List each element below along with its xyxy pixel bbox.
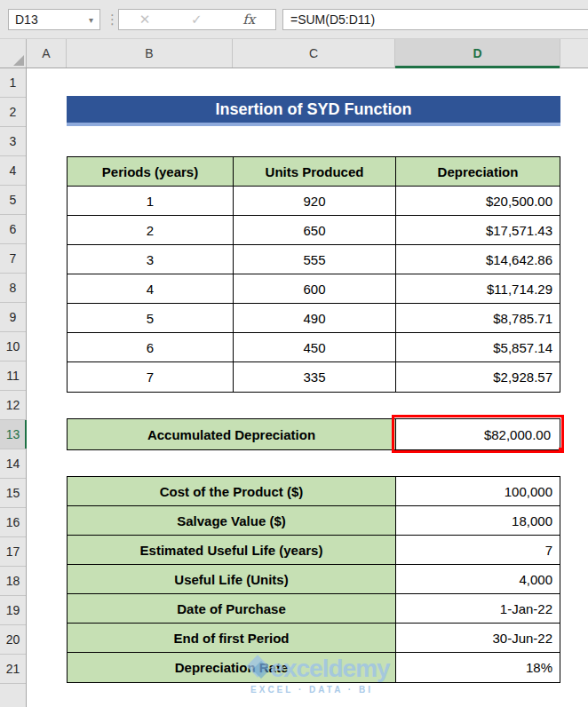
header-cell-depreciation[interactable]: Depreciation bbox=[396, 157, 560, 186]
row-header-1[interactable]: 1 bbox=[0, 68, 26, 98]
drag-handle-icon: ⋮ bbox=[106, 11, 119, 28]
column-header-a[interactable]: A bbox=[27, 39, 67, 68]
header-cell-units[interactable]: Units Produced bbox=[234, 157, 396, 186]
param-label[interactable]: Cost of the Product ($) bbox=[68, 477, 396, 505]
param-label[interactable]: Depreciation Rate bbox=[68, 653, 396, 682]
param-label[interactable]: Date of Purchase bbox=[68, 594, 396, 623]
cell-period[interactable]: 3 bbox=[68, 245, 234, 274]
table-row: 4 600 $11,714.29 bbox=[68, 274, 560, 304]
header-cell-periods[interactable]: Periods (years) bbox=[68, 157, 234, 186]
row-header-16[interactable]: 16 bbox=[0, 508, 26, 537]
cell-depreciation[interactable]: $8,785.71 bbox=[396, 304, 560, 332]
column-header-d-selected[interactable]: D bbox=[395, 39, 560, 68]
row-header-14[interactable]: 14 bbox=[0, 449, 26, 479]
row-header-2[interactable]: 2 bbox=[0, 98, 26, 127]
row-header-4[interactable]: 4 bbox=[0, 156, 26, 186]
select-all-button[interactable] bbox=[0, 39, 27, 68]
param-value[interactable]: 30-Jun-22 bbox=[396, 624, 560, 652]
depreciation-table: Periods (years) Units Produced Depreciat… bbox=[67, 156, 560, 393]
parameters-table: Cost of the Product ($) 100,000 Salvage … bbox=[67, 476, 560, 683]
row-header-3[interactable]: 3 bbox=[0, 127, 26, 156]
row-header-12[interactable]: 12 bbox=[0, 391, 26, 420]
cell-period[interactable]: 4 bbox=[68, 274, 234, 303]
cell-depreciation[interactable]: $11,714.29 bbox=[396, 274, 560, 303]
cell-units[interactable]: 335 bbox=[234, 362, 396, 392]
name-box-value: D13 bbox=[15, 12, 38, 27]
row-header-6[interactable]: 6 bbox=[0, 215, 26, 244]
chevron-down-icon[interactable]: ▾ bbox=[89, 15, 93, 25]
title-banner-cell[interactable]: Insertion of SYD Function bbox=[67, 96, 560, 126]
param-value[interactable]: 1-Jan-22 bbox=[396, 594, 560, 623]
formula-text: =SUM(D5:D11) bbox=[290, 12, 375, 27]
row-header-19[interactable]: 19 bbox=[0, 596, 26, 625]
excel-window: D13 ▾ ⋮ ✕ ✓ fx =SUM(D5:D11) A B C D 1 2 … bbox=[0, 0, 588, 707]
cell-units[interactable]: 600 bbox=[234, 274, 396, 303]
select-all-triangle-icon bbox=[13, 55, 24, 66]
row-header-20[interactable]: 20 bbox=[0, 625, 26, 655]
param-label[interactable]: End of first Period bbox=[68, 624, 396, 652]
title-banner-accent-strip bbox=[67, 123, 560, 126]
param-value[interactable]: 7 bbox=[396, 536, 560, 564]
cell-period[interactable]: 5 bbox=[68, 304, 234, 332]
column-header-filler bbox=[560, 39, 588, 68]
worksheet-grid: 1 2 3 4 5 6 7 8 9 10 11 12 13 14 15 16 1… bbox=[0, 68, 588, 707]
row-header-10[interactable]: 10 bbox=[0, 332, 26, 361]
cell-period[interactable]: 7 bbox=[68, 362, 234, 392]
insert-function-icon[interactable]: fx bbox=[242, 12, 255, 28]
row-header-11[interactable]: 11 bbox=[0, 361, 26, 391]
cell-period[interactable]: 1 bbox=[68, 187, 234, 215]
table-row: 5 490 $8,785.71 bbox=[68, 304, 560, 333]
row-header-21[interactable]: 21 bbox=[0, 655, 26, 684]
table-row: 1 920 $20,500.00 bbox=[68, 187, 560, 216]
table-row: Date of Purchase 1-Jan-22 bbox=[68, 594, 560, 624]
column-header-row: A B C D bbox=[0, 39, 588, 68]
cell-units[interactable]: 555 bbox=[234, 245, 396, 274]
cell-depreciation[interactable]: $14,642.86 bbox=[396, 245, 560, 274]
name-box[interactable]: D13 ▾ bbox=[8, 9, 100, 30]
param-value[interactable]: 4,000 bbox=[396, 565, 560, 593]
accumulated-label-cell[interactable]: Accumulated Depreciation bbox=[68, 419, 396, 449]
column-header-b[interactable]: B bbox=[67, 39, 233, 68]
row-header-22-partial[interactable] bbox=[0, 684, 26, 706]
cell-depreciation[interactable]: $20,500.00 bbox=[396, 187, 560, 215]
param-label[interactable]: Useful Life (Units) bbox=[68, 565, 396, 593]
param-label[interactable]: Estimated Useful Life (years) bbox=[68, 536, 396, 564]
cell-units[interactable]: 920 bbox=[234, 187, 396, 215]
cell-depreciation[interactable]: $17,571.43 bbox=[396, 216, 560, 244]
cell-period[interactable]: 6 bbox=[68, 333, 234, 361]
cancel-icon[interactable]: ✕ bbox=[139, 12, 151, 28]
cell-units[interactable]: 490 bbox=[234, 304, 396, 332]
param-value[interactable]: 18,000 bbox=[396, 506, 560, 535]
table-row: Cost of the Product ($) 100,000 bbox=[68, 477, 560, 506]
formula-bar[interactable]: =SUM(D5:D11) bbox=[282, 9, 588, 30]
row-header-7[interactable]: 7 bbox=[0, 244, 26, 274]
column-header-c[interactable]: C bbox=[233, 39, 395, 68]
accumulated-value-cell-d13[interactable]: $82,000.00 bbox=[396, 419, 560, 449]
cell-depreciation[interactable]: $2,928.57 bbox=[396, 362, 560, 392]
row-header-17[interactable]: 17 bbox=[0, 537, 26, 567]
cell-depreciation[interactable]: $5,857.14 bbox=[396, 333, 560, 361]
table-row: Salvage Value ($) 18,000 bbox=[68, 506, 560, 536]
param-value[interactable]: 18% bbox=[396, 653, 560, 682]
table-row: End of first Period 30-Jun-22 bbox=[68, 624, 560, 653]
cell-units[interactable]: 450 bbox=[234, 333, 396, 361]
table-row: 7 335 $2,928.57 bbox=[68, 362, 560, 392]
param-value[interactable]: 100,000 bbox=[396, 477, 560, 505]
cell-units[interactable]: 650 bbox=[234, 216, 396, 244]
row-header-15[interactable]: 15 bbox=[0, 479, 26, 508]
cell-period[interactable]: 2 bbox=[68, 216, 234, 244]
formula-buttons: ✕ ✓ fx bbox=[118, 9, 276, 30]
row-header-9[interactable]: 9 bbox=[0, 303, 26, 332]
table-row: 3 555 $14,642.86 bbox=[68, 245, 560, 274]
page-title: Insertion of SYD Function bbox=[216, 100, 412, 119]
table-row: Estimated Useful Life (years) 7 bbox=[68, 536, 560, 565]
table-row: 2 650 $17,571.43 bbox=[68, 216, 560, 245]
row-header-13-selected[interactable]: 13 bbox=[0, 420, 26, 449]
watermark-tagline: EXCEL · DATA · BI bbox=[250, 685, 373, 695]
row-header-18[interactable]: 18 bbox=[0, 567, 26, 596]
formula-toolbar: D13 ▾ ⋮ ✕ ✓ fx =SUM(D5:D11) bbox=[0, 0, 588, 39]
enter-icon[interactable]: ✓ bbox=[191, 12, 203, 28]
row-header-8[interactable]: 8 bbox=[0, 274, 26, 303]
row-header-5[interactable]: 5 bbox=[0, 186, 26, 215]
param-label[interactable]: Salvage Value ($) bbox=[68, 506, 396, 535]
